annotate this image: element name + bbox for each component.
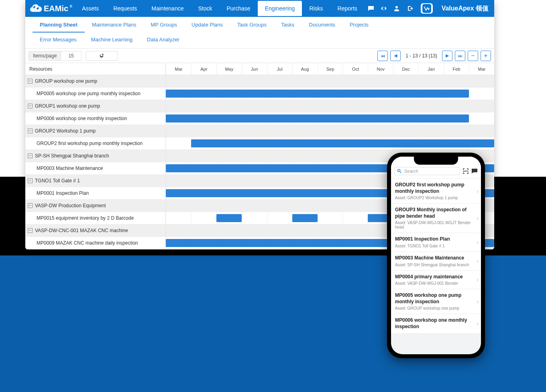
phone-list-item[interactable]: MP0003 Machine MaintenanceAsset: SP-SH S…	[391, 252, 481, 271]
brand-logo[interactable]: EAMic ®	[27, 3, 75, 14]
item-title: MP0006 workshop one monthly inspection	[395, 317, 472, 330]
logout-icon[interactable]	[406, 5, 413, 12]
phone-list-item[interactable]: GROUP2 first workshop pump monthly inspe…	[391, 179, 481, 204]
nav-requests[interactable]: Requests	[106, 1, 144, 16]
items-per-page-value[interactable]: 15	[61, 51, 81, 61]
chevron-right-icon: ›	[477, 215, 479, 221]
collapse-toggle[interactable]: −	[28, 104, 33, 108]
phone-list-item[interactable]: MP0001 Inspection PlanAsset: TGNO1 Toll …	[391, 233, 481, 252]
user-icon[interactable]	[393, 5, 400, 12]
chat-icon[interactable]	[471, 168, 478, 174]
expand-button[interactable]: +	[481, 51, 491, 61]
svg-point-1	[398, 169, 400, 172]
nav-assets[interactable]: Assets	[75, 1, 106, 16]
month-header: Mar	[469, 63, 494, 75]
phone-list-item[interactable]: MP0006 workshop one monthly inspection›	[391, 314, 481, 333]
row-label: TGNO1 Toll Gate # 1	[35, 178, 80, 184]
collapse-toggle[interactable]: −	[28, 79, 33, 84]
collapse-toggle[interactable]: −	[28, 203, 33, 208]
valueapex-text: ValueApex 领值	[442, 4, 489, 13]
collapse-button[interactable]: −	[468, 51, 478, 61]
row-label: VASP-DW Production Equipment	[35, 203, 106, 208]
nav-reports[interactable]: Reports	[330, 1, 365, 16]
subnav-update-plans[interactable]: Update Plans	[184, 17, 230, 33]
search-placeholder: Search	[404, 169, 418, 174]
gantt-resource-column: Resources −GROUP workshop one pumpMP0005…	[25, 63, 166, 249]
gantt-bar[interactable]	[292, 214, 318, 222]
collapse-toggle[interactable]: −	[28, 153, 33, 158]
subnav-documents[interactable]: Documents	[302, 17, 342, 33]
search-icon	[397, 169, 402, 174]
gantt-bar[interactable]	[216, 214, 242, 222]
phone-list-item[interactable]: MP0005 workshop one pump monthly inspect…	[391, 289, 481, 314]
timeline-row	[166, 125, 494, 137]
chevron-right-icon: ›	[477, 258, 479, 264]
collapse-toggle[interactable]: −	[28, 228, 33, 233]
month-header: Jan	[418, 63, 444, 75]
nav-stock[interactable]: Stock	[191, 1, 219, 16]
gantt-bar[interactable]	[166, 90, 469, 98]
timeline-row	[166, 100, 494, 112]
chevron-right-icon: ›	[477, 321, 479, 327]
item-title: MP0005 workshop one pump monthly inspect…	[395, 292, 472, 305]
month-header: Oct	[342, 63, 368, 75]
mobile-preview: Search GROUP2 first workshop pump monthl…	[387, 153, 485, 358]
refresh-button[interactable]	[86, 51, 118, 61]
item-title: MP0003 Machine Maintenance	[395, 255, 472, 261]
chevron-right-icon: ›	[477, 276, 479, 283]
gantt-row: GROUP2 first workshop pump monthly inspe…	[25, 137, 165, 150]
gear-icon[interactable]	[381, 5, 387, 12]
item-title: MP0004 primary maintenance	[395, 274, 472, 280]
month-header: Dec	[393, 63, 418, 75]
phone-search-input[interactable]: Search	[394, 167, 460, 175]
gantt-row: MP0005 workshop one pump monthly inspect…	[25, 88, 165, 100]
subnav-machine-learning[interactable]: Machine Learning	[84, 33, 140, 48]
items-per-page-label: Items/page	[29, 51, 61, 61]
month-header: Aug	[292, 63, 318, 75]
gantt-row: −VASP-DW Production Equipment	[25, 200, 165, 212]
nav-purchase[interactable]: Purchase	[219, 1, 257, 16]
chevron-right-icon: ›	[477, 239, 479, 245]
collapse-toggle[interactable]: −	[28, 178, 33, 183]
gantt-row: MP0001 Inspection Plan	[25, 187, 165, 200]
page-first-button[interactable]: ⏮	[377, 51, 388, 61]
page-prev-button[interactable]: ◀	[390, 51, 401, 61]
scan-icon[interactable]	[462, 168, 469, 174]
row-label: GROUP2 first workshop pump monthly inspe…	[37, 141, 143, 146]
gantt-row: −GROUP workshop one pump	[25, 75, 165, 88]
subnav-error-messages[interactable]: Error Messages	[33, 33, 84, 48]
month-header: Apr	[191, 63, 216, 75]
phone-list-item[interactable]: GROUP3 Monthly inspection of pipe bender…	[391, 204, 481, 233]
collapse-toggle[interactable]: −	[28, 129, 33, 133]
subnav-projects[interactable]: Projects	[342, 17, 376, 33]
subnav-task-groups[interactable]: Task Groups	[230, 17, 274, 33]
top-icons: ValueApex 领值	[368, 3, 491, 14]
valueapex-badge[interactable]	[421, 3, 433, 14]
item-title: GROUP2 first workshop pump monthly inspe…	[395, 182, 472, 194]
phone-list-item[interactable]: MP0004 primary maintenanceAsset: VASP-DW…	[391, 271, 481, 290]
subnav-data-analyzer[interactable]: Data Analyzer	[140, 33, 187, 48]
month-header: Nov	[368, 63, 393, 75]
timeline-row	[166, 75, 494, 88]
subnav-planning-sheet[interactable]: Planning Sheet	[33, 17, 85, 33]
nav-maintenance[interactable]: Maintenance	[144, 1, 191, 16]
gantt-bar[interactable]	[166, 114, 469, 122]
gantt-row: −VASP-DW-CNC-001 MAZAK CNC machine	[25, 225, 165, 237]
nav-engineering[interactable]: Engineering	[258, 1, 302, 16]
nav-risks[interactable]: Risks	[302, 1, 330, 16]
gantt-row: MP0009 MAZAK CNC machine daily inspectio…	[25, 237, 165, 249]
chevron-right-icon: ›	[477, 188, 479, 194]
subnav-maintenance-plans[interactable]: Maintenance Plans	[85, 17, 144, 33]
timeline-row	[166, 88, 494, 100]
page-last-button[interactable]: ⏭	[455, 51, 465, 61]
page-next-button[interactable]: ▶	[442, 51, 452, 61]
chat-icon[interactable]	[368, 5, 374, 12]
subnav-tasks[interactable]: Tasks	[274, 17, 302, 33]
row-label: VASP-DW-CNC-001 MAZAK CNC machine	[35, 228, 128, 233]
gantt-bar[interactable]	[191, 139, 494, 147]
row-label: MP0015 equipment inventory by 2 D Barcod…	[37, 215, 134, 221]
gantt-row: MP0006 workshop one monthly inspection	[25, 112, 165, 125]
item-subtitle: Asset: VASP-DW-WGJ-001 Bender	[395, 281, 472, 286]
phone-notch	[414, 157, 458, 165]
subnav-mp-groups[interactable]: MP Groups	[143, 17, 184, 33]
